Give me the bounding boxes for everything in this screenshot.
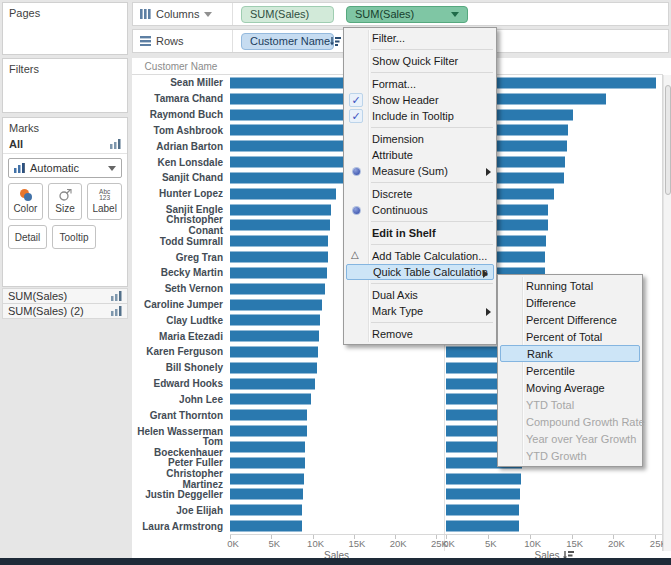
- menu-item-include-in-tooltip[interactable]: Include in Tooltip✓: [344, 108, 496, 124]
- row-label[interactable]: Christopher Martinez: [132, 471, 228, 487]
- sales-bar[interactable]: [446, 489, 520, 500]
- row-label[interactable]: Becky Martin: [132, 265, 228, 281]
- menu-item-running-total[interactable]: Running Total: [498, 277, 642, 294]
- pill-sum-sales-1[interactable]: SUM(Sales): [241, 6, 334, 23]
- sales-bar[interactable]: [230, 362, 317, 373]
- sales-bar[interactable]: [230, 172, 347, 183]
- row-label[interactable]: Maria Etezadi: [132, 328, 228, 344]
- sales-bar[interactable]: [230, 457, 305, 468]
- menu-item-quick-table-calculation[interactable]: Quick Table Calculation: [346, 264, 494, 280]
- row-label[interactable]: Edward Hooks: [132, 376, 228, 392]
- sales-bar[interactable]: [446, 521, 519, 532]
- sales-bar[interactable]: [230, 283, 325, 294]
- chevron-down-icon[interactable]: [451, 12, 459, 17]
- menu-item-show-quick-filter[interactable]: Show Quick Filter: [344, 53, 496, 69]
- marks-all-row[interactable]: All: [3, 136, 127, 154]
- sales-bar[interactable]: [230, 188, 336, 199]
- filters-shelf[interactable]: Filters: [2, 58, 128, 113]
- columns-shelf[interactable]: Columns SUM(Sales) SUM(Sales): [132, 2, 669, 26]
- chevron-down-icon[interactable]: [204, 12, 212, 17]
- sort-descending-icon[interactable]: [330, 37, 341, 46]
- vertical-scrollbar[interactable]: [663, 75, 671, 551]
- row-label[interactable]: Joe Elijah: [132, 502, 228, 518]
- sales-bar[interactable]: [230, 521, 302, 532]
- menu-item-percentile[interactable]: Percentile: [498, 362, 642, 379]
- size-button[interactable]: Size: [48, 183, 83, 220]
- tooltip-button[interactable]: Tooltip: [52, 225, 96, 249]
- menu-item-format[interactable]: Format...: [344, 76, 496, 92]
- marks-field-sum-sales-2[interactable]: SUM(Sales) (2): [2, 303, 128, 319]
- row-label[interactable]: Justin Deggeller: [132, 487, 228, 503]
- sales-bar[interactable]: [230, 141, 349, 152]
- marks-field-sum-sales[interactable]: SUM(Sales): [2, 288, 128, 304]
- sales-bar[interactable]: [230, 267, 327, 278]
- row-label[interactable]: Tom Boeckenhauer: [132, 439, 228, 455]
- menu-item-add-table-calculation[interactable]: Add Table Calculation...△: [344, 248, 496, 264]
- detail-button[interactable]: Detail: [8, 225, 47, 249]
- row-label[interactable]: Adrian Barton: [132, 138, 228, 154]
- row-label[interactable]: Raymond Buch: [132, 107, 228, 123]
- sales-bar[interactable]: [230, 394, 311, 405]
- row-label[interactable]: Bill Shonely: [132, 360, 228, 376]
- sales-bar[interactable]: [230, 125, 351, 136]
- sales-bar[interactable]: [230, 346, 318, 357]
- color-button[interactable]: Color: [8, 183, 43, 220]
- row-label[interactable]: John Lee: [132, 392, 228, 408]
- sales-bar[interactable]: [230, 378, 315, 389]
- sales-bar[interactable]: [230, 236, 328, 247]
- row-label[interactable]: Greg Tran: [132, 249, 228, 265]
- menu-item-percent-of-total[interactable]: Percent of Total: [498, 328, 642, 345]
- sales-bar[interactable]: [230, 299, 322, 310]
- sales-bar[interactable]: [230, 204, 331, 215]
- row-label[interactable]: Christopher Conant: [132, 217, 228, 233]
- label-button[interactable]: Abc 123 Label: [87, 183, 122, 220]
- menu-item-percent-difference[interactable]: Percent Difference: [498, 311, 642, 328]
- sales-bar[interactable]: [230, 489, 303, 500]
- sales-bar[interactable]: [230, 331, 319, 342]
- sales-bar[interactable]: [230, 252, 328, 263]
- menu-item-remove[interactable]: Remove: [344, 326, 496, 342]
- row-label[interactable]: Ken Lonsdale: [132, 154, 228, 170]
- menu-item-attribute[interactable]: Attribute: [344, 147, 496, 163]
- pill-customer-name[interactable]: Customer Name: [241, 33, 334, 50]
- menu-item-edit-in-shelf[interactable]: Edit in Shelf: [344, 225, 496, 241]
- row-label[interactable]: Tom Ashbrook: [132, 122, 228, 138]
- menu-item-measure-sum[interactable]: Measure (Sum): [344, 163, 496, 179]
- sales-bar[interactable]: [446, 473, 521, 484]
- menu-item-moving-average[interactable]: Moving Average: [498, 379, 642, 396]
- menu-item-filter[interactable]: Filter...: [344, 30, 496, 46]
- pages-shelf[interactable]: Pages: [2, 2, 128, 55]
- sales-bar[interactable]: [230, 315, 320, 326]
- row-label[interactable]: Todd Sumrall: [132, 233, 228, 249]
- row-label[interactable]: Laura Armstrong: [132, 518, 228, 534]
- menu-item-difference[interactable]: Difference: [498, 294, 642, 311]
- sales-bar[interactable]: [230, 109, 355, 120]
- menu-item-dual-axis[interactable]: Dual Axis: [344, 287, 496, 303]
- sales-bar[interactable]: [230, 426, 307, 437]
- menu-item-rank[interactable]: Rank: [500, 345, 640, 362]
- row-label[interactable]: Grant Thornton: [132, 407, 228, 423]
- row-label[interactable]: Sanjit Chand: [132, 170, 228, 186]
- row-label[interactable]: Clay Ludtke: [132, 312, 228, 328]
- row-label[interactable]: Sean Miller: [132, 75, 228, 91]
- menu-item-mark-type[interactable]: Mark Type: [344, 303, 496, 319]
- pill-sum-sales-2-selected[interactable]: SUM(Sales): [346, 6, 468, 23]
- sales-bar[interactable]: [230, 441, 305, 452]
- menu-item-continuous[interactable]: Continuous: [344, 202, 496, 218]
- row-label[interactable]: Caroline Jumper: [132, 297, 228, 313]
- mark-type-dropdown[interactable]: Automatic: [8, 158, 122, 178]
- sales-bar[interactable]: [230, 157, 347, 168]
- sales-bar[interactable]: [230, 505, 302, 516]
- menu-item-discrete[interactable]: Discrete: [344, 186, 496, 202]
- row-label[interactable]: Hunter Lopez: [132, 186, 228, 202]
- menu-item-dimension[interactable]: Dimension: [344, 131, 496, 147]
- sales-bar[interactable]: [230, 410, 307, 421]
- row-label[interactable]: Tamara Chand: [132, 91, 228, 107]
- scrollbar-thumb[interactable]: [665, 85, 671, 195]
- sales-bar[interactable]: [230, 473, 304, 484]
- menu-item-show-header[interactable]: Show Header✓: [344, 92, 496, 108]
- row-label[interactable]: Karen Ferguson: [132, 344, 228, 360]
- sales-bar[interactable]: [230, 220, 330, 231]
- row-label[interactable]: Seth Vernon: [132, 281, 228, 297]
- sales-bar[interactable]: [446, 505, 519, 516]
